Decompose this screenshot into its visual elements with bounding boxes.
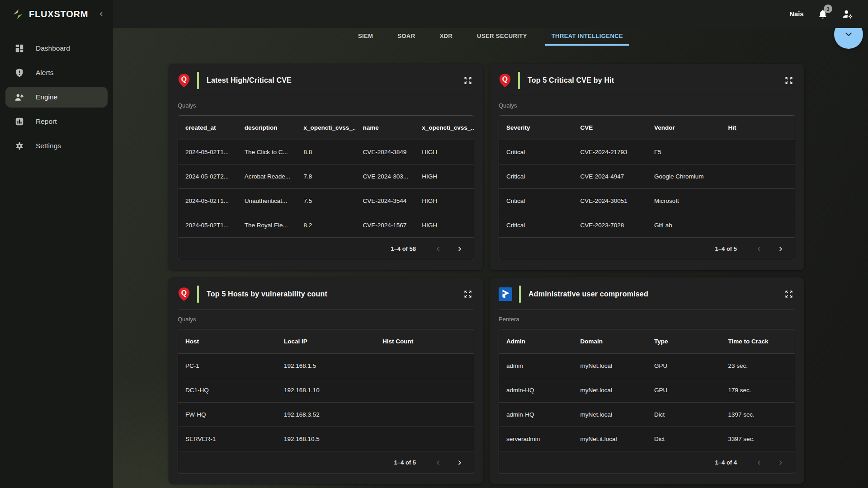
- tab-siem[interactable]: SIEM: [352, 28, 379, 46]
- table-cell: Dict: [647, 411, 721, 418]
- notification-badge: 3: [824, 5, 832, 13]
- card-top5-critical-cve-by-hit: Q Top 5 Critical CVE by Hit Qualys Sever…: [490, 64, 804, 270]
- table-row[interactable]: CriticalCVE-2024-4947Google Chromium: [499, 164, 795, 188]
- pagination-prev-button[interactable]: [431, 242, 445, 256]
- table-cell: 2024-05-02T1...: [178, 222, 237, 229]
- manage-account-button[interactable]: [842, 8, 854, 20]
- pagination-next-button[interactable]: [774, 242, 788, 256]
- table-cell: FW-HQ: [178, 411, 277, 418]
- table-row[interactable]: DC1-HQ192.168.1.10: [178, 378, 474, 402]
- table-cell: myNet.local: [573, 411, 647, 418]
- fluxstorm-logo-icon: [12, 8, 24, 20]
- sidebar-item-settings[interactable]: Settings: [5, 136, 108, 156]
- expand-icon[interactable]: [462, 74, 474, 87]
- table-cell: GPU: [647, 387, 721, 394]
- table-pagination: 1–4 of 5: [178, 451, 474, 474]
- cards-grid: Q Latest High/Critical CVE Qualys create…: [169, 64, 868, 484]
- table-header-row: AdminDomainTypeTime to Crack: [499, 329, 795, 353]
- table-header-row: created_atdescriptionx_opencti_cvss_...n…: [178, 116, 474, 140]
- card-header: Q Latest High/Critical CVE: [178, 72, 474, 89]
- sidebar-item-label: Alerts: [36, 69, 54, 77]
- column-header: x_opencti_cvss_...: [297, 124, 356, 131]
- table-cell: 192.168.1.5: [277, 362, 375, 369]
- card-administrative-user-compromised: Administrative user compromised Pentera …: [490, 277, 804, 484]
- table-row[interactable]: CriticalCVE-2024-30051Microsoft: [499, 188, 795, 213]
- tab-xdr[interactable]: XDR: [433, 28, 459, 46]
- table-row[interactable]: admin-HQmyNet.localDict1397 sec.: [499, 402, 795, 427]
- table-cell: CVE-2023-7028: [573, 222, 647, 229]
- divider: [179, 310, 473, 310]
- table-cell: SERVER-1: [178, 436, 277, 442]
- qualys-logo-icon: Q: [178, 73, 190, 88]
- table-row[interactable]: 2024-05-02T1...The Click to C...8.8CVE-2…: [178, 140, 474, 164]
- pagination-next-button[interactable]: [453, 242, 467, 256]
- sidebar: FLUXSTORM Dashboard Alerts: [0, 0, 113, 488]
- divider: [500, 310, 794, 310]
- expand-icon[interactable]: [462, 288, 474, 300]
- pagination-range: 1–4 of 58: [391, 245, 416, 252]
- table-row[interactable]: adminmyNet.localGPU23 sec.: [499, 353, 795, 378]
- chevron-left-icon: [434, 459, 442, 466]
- pentera-logo-icon: [499, 287, 512, 301]
- card-title: Latest High/Critical CVE: [207, 76, 462, 84]
- card-header: Administrative user compromised: [499, 286, 795, 303]
- pagination-prev-button[interactable]: [752, 242, 766, 256]
- card-header: Q Top 5 Hosts by vulnerability count: [178, 286, 474, 303]
- brand-header: FLUXSTORM: [0, 0, 113, 28]
- pagination-prev-button[interactable]: [752, 456, 766, 469]
- table-cell: The Royal Ele...: [237, 222, 297, 229]
- table-cell: 23 sec.: [721, 362, 795, 369]
- qualys-logo-icon: Q: [178, 287, 190, 301]
- pagination-next-button[interactable]: [453, 456, 467, 469]
- table-cell: Critical: [499, 222, 573, 229]
- table-cell: GitLab: [647, 222, 721, 229]
- table-cell: CVE-2024-303...: [355, 173, 415, 180]
- sidebar-item-alerts[interactable]: Alerts: [5, 62, 108, 83]
- table-row[interactable]: CriticalCVE-2024-21793F5: [499, 140, 795, 164]
- table-cell: Acrobat Reade...: [237, 173, 297, 180]
- table-row[interactable]: CriticalCVE-2023-7028GitLab: [499, 213, 795, 237]
- table-cell: 2024-05-02T1...: [178, 149, 237, 155]
- table-cell: PC-1: [178, 362, 277, 369]
- table-cell: HIGH: [415, 173, 474, 180]
- table-row[interactable]: serveradminmyNet.it.localDict3397 sec.: [499, 427, 795, 451]
- table-cell: CVE-2024-1567: [355, 222, 415, 229]
- tab-user-security[interactable]: USER SECURITY: [471, 28, 533, 46]
- app-root: FLUXSTORM Dashboard Alerts: [0, 0, 868, 488]
- tab-threat-intelligence[interactable]: THREAT INTELLIGENCE: [545, 28, 629, 46]
- table-pagination: 1–4 of 4: [499, 451, 795, 474]
- sidebar-nav: Dashboard Alerts Engine Report: [0, 28, 113, 156]
- column-header: description: [237, 124, 297, 131]
- expand-icon[interactable]: [783, 288, 795, 300]
- pagination-next-button[interactable]: [774, 456, 788, 469]
- expand-icon[interactable]: [783, 74, 795, 87]
- table-cell: Google Chromium: [647, 173, 721, 180]
- column-header: created_at: [178, 124, 237, 131]
- sidebar-item-dashboard[interactable]: Dashboard: [5, 38, 108, 59]
- data-table: SeverityCVEVendorHitCriticalCVE-2024-217…: [499, 115, 795, 260]
- table-row[interactable]: 2024-05-02T2...Acrobat Reade...7.8CVE-20…: [178, 164, 474, 188]
- sidebar-item-report[interactable]: Report: [5, 111, 108, 132]
- pagination-prev-button[interactable]: [431, 456, 445, 469]
- table-row[interactable]: admin-HQmyNet.localGPU179 sec.: [499, 378, 795, 402]
- table-row[interactable]: FW-HQ192.168.3.52: [178, 402, 474, 427]
- sidebar-collapse-icon[interactable]: [98, 10, 105, 18]
- table-row[interactable]: PC-1192.168.1.5: [178, 353, 474, 378]
- table-header-row: HostLocal IPHist Count: [178, 329, 474, 353]
- table-cell: 2024-05-02T2...: [178, 173, 237, 180]
- column-header: Domain: [573, 338, 647, 345]
- tab-soar[interactable]: SOAR: [391, 28, 421, 46]
- column-header: x_opencti_cvss_...: [415, 124, 474, 131]
- chevron-left-icon: [434, 245, 442, 253]
- dashboard-icon: [14, 43, 24, 53]
- table-row[interactable]: SERVER-1192.168.10.5: [178, 427, 474, 451]
- table-row[interactable]: 2024-05-02T1...Unauthenticat...7.5CVE-20…: [178, 188, 474, 213]
- table-pagination: 1–4 of 58: [178, 237, 474, 260]
- sidebar-item-engine[interactable]: Engine: [5, 87, 108, 108]
- column-header: Local IP: [277, 338, 375, 345]
- table-row[interactable]: 2024-05-02T1...The Royal Ele...8.2CVE-20…: [178, 213, 474, 237]
- notifications-button[interactable]: 3: [817, 9, 828, 19]
- chevron-right-icon: [456, 245, 463, 253]
- table-cell: Critical: [499, 149, 573, 155]
- data-table: created_atdescriptionx_opencti_cvss_...n…: [178, 115, 474, 260]
